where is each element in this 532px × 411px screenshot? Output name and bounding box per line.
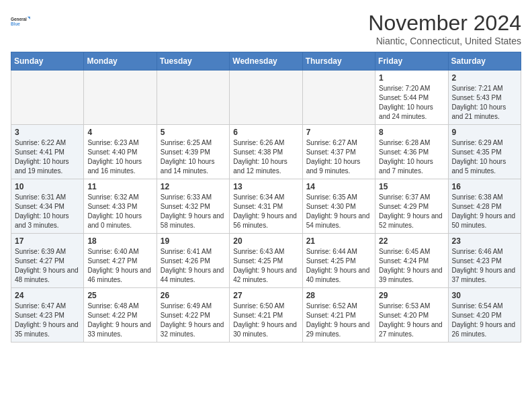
calendar-table: Sunday Monday Tuesday Wednesday Thursday…	[11, 52, 521, 342]
table-row: 27Sunrise: 6:50 AM Sunset: 4:21 PM Dayli…	[230, 288, 302, 342]
table-row: 11Sunrise: 6:32 AM Sunset: 4:33 PM Dayli…	[84, 179, 157, 234]
table-row: 22Sunrise: 6:45 AM Sunset: 4:24 PM Dayli…	[375, 234, 448, 288]
table-row: 13Sunrise: 6:34 AM Sunset: 4:31 PM Dayli…	[230, 179, 302, 234]
table-row: 21Sunrise: 6:44 AM Sunset: 4:25 PM Dayli…	[302, 234, 375, 288]
calendar-header: Sunday Monday Tuesday Wednesday Thursday…	[11, 52, 521, 71]
table-row	[302, 71, 375, 125]
table-row: 8Sunrise: 6:28 AM Sunset: 4:36 PM Daylig…	[375, 125, 448, 179]
table-row: 3Sunrise: 6:22 AM Sunset: 4:41 PM Daylig…	[11, 125, 84, 179]
table-row: 20Sunrise: 6:43 AM Sunset: 4:25 PM Dayli…	[230, 234, 302, 288]
header-tuesday: Tuesday	[157, 52, 229, 71]
logo-icon: GeneralBlue	[11, 11, 32, 32]
title-area: November 2024 Niantic, Connecticut, Unit…	[368, 11, 521, 46]
table-row: 18Sunrise: 6:40 AM Sunset: 4:27 PM Dayli…	[84, 234, 157, 288]
table-row: 16Sunrise: 6:38 AM Sunset: 4:28 PM Dayli…	[448, 179, 521, 234]
table-row: 1Sunrise: 7:20 AM Sunset: 5:44 PM Daylig…	[375, 71, 448, 125]
table-row: 28Sunrise: 6:52 AM Sunset: 4:21 PM Dayli…	[302, 288, 375, 342]
table-row: 29Sunrise: 6:53 AM Sunset: 4:20 PM Dayli…	[375, 288, 448, 342]
table-row	[11, 71, 84, 125]
header-sunday: Sunday	[11, 52, 84, 71]
table-row: 25Sunrise: 6:48 AM Sunset: 4:22 PM Dayli…	[84, 288, 157, 342]
table-row: 23Sunrise: 6:46 AM Sunset: 4:23 PM Dayli…	[448, 234, 521, 288]
table-row	[230, 71, 302, 125]
table-row: 10Sunrise: 6:31 AM Sunset: 4:34 PM Dayli…	[11, 179, 84, 234]
table-row: 24Sunrise: 6:47 AM Sunset: 4:23 PM Dayli…	[11, 288, 84, 342]
header-saturday: Saturday	[448, 52, 521, 71]
svg-text:General: General	[11, 17, 27, 21]
table-row: 26Sunrise: 6:49 AM Sunset: 4:22 PM Dayli…	[157, 288, 229, 342]
header: GeneralBlue November 2024 Niantic, Conne…	[11, 11, 521, 46]
table-row: 19Sunrise: 6:41 AM Sunset: 4:26 PM Dayli…	[157, 234, 229, 288]
table-row: 14Sunrise: 6:35 AM Sunset: 4:30 PM Dayli…	[302, 179, 375, 234]
table-row: 6Sunrise: 6:26 AM Sunset: 4:38 PM Daylig…	[230, 125, 302, 179]
header-monday: Monday	[84, 52, 157, 71]
svg-text:Blue: Blue	[11, 21, 20, 26]
header-wednesday: Wednesday	[230, 52, 302, 71]
header-friday: Friday	[375, 52, 448, 71]
table-row: 2Sunrise: 7:21 AM Sunset: 5:43 PM Daylig…	[448, 71, 521, 125]
calendar-body: 1Sunrise: 7:20 AM Sunset: 5:44 PM Daylig…	[11, 71, 521, 342]
location-subtitle: Niantic, Connecticut, United States	[368, 36, 521, 46]
table-row: 15Sunrise: 6:37 AM Sunset: 4:29 PM Dayli…	[375, 179, 448, 234]
table-row: 9Sunrise: 6:29 AM Sunset: 4:35 PM Daylig…	[448, 125, 521, 179]
logo: GeneralBlue	[11, 11, 32, 32]
table-row: 12Sunrise: 6:33 AM Sunset: 4:32 PM Dayli…	[157, 179, 229, 234]
table-row: 4Sunrise: 6:23 AM Sunset: 4:40 PM Daylig…	[84, 125, 157, 179]
table-row: 7Sunrise: 6:27 AM Sunset: 4:37 PM Daylig…	[302, 125, 375, 179]
table-row: 5Sunrise: 6:25 AM Sunset: 4:39 PM Daylig…	[157, 125, 229, 179]
table-row: 30Sunrise: 6:54 AM Sunset: 4:20 PM Dayli…	[448, 288, 521, 342]
table-row	[157, 71, 229, 125]
table-row	[84, 71, 157, 125]
table-row: 17Sunrise: 6:39 AM Sunset: 4:27 PM Dayli…	[11, 234, 84, 288]
header-thursday: Thursday	[302, 52, 375, 71]
svg-marker-2	[28, 17, 30, 19]
month-title: November 2024	[368, 11, 521, 36]
